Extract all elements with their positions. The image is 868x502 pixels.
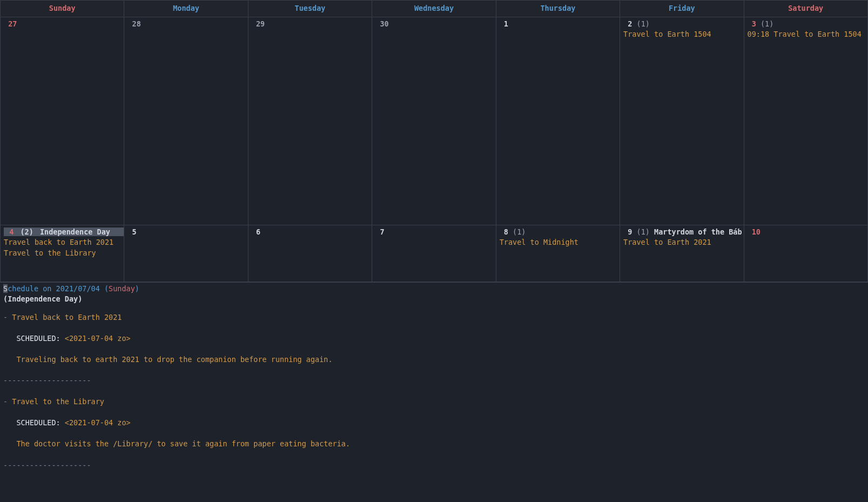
- schedule-item-title: - Travel back to Earth 2021: [3, 312, 865, 323]
- calendar: SundayMondayTuesdayWednesdayThursdayFrid…: [0, 0, 868, 283]
- body-text: The doctor visits the /Library/ to save …: [16, 439, 350, 448]
- day-head: 27: [4, 19, 120, 30]
- day-header-friday: Friday: [620, 1, 744, 17]
- day-event-count: (1): [761, 19, 773, 28]
- blank-line: [3, 471, 865, 481]
- day-head: 5: [127, 227, 244, 238]
- day-head: 28: [127, 19, 244, 30]
- separator: --------------------: [3, 460, 865, 471]
- day-cell[interactable]: 6: [248, 225, 372, 282]
- day-event-count: (1): [637, 227, 650, 236]
- day-number: 5: [127, 227, 140, 236]
- day-head: 9 (1) Martyrdom of the Báb: [623, 227, 740, 238]
- day-head: 2 (1): [623, 19, 740, 30]
- day-cell[interactable]: 27: [1, 17, 124, 225]
- schedule-items: - Travel back to Earth 2021 SCHEDULED: <…: [3, 312, 865, 481]
- day-number: 4: [4, 227, 19, 236]
- day-holiday: Martyrdom of the Báb: [650, 227, 742, 236]
- day-cell[interactable]: 30: [372, 17, 496, 225]
- calendar-event[interactable]: Travel to the Library: [4, 248, 120, 259]
- day-header-sunday: Sunday: [1, 1, 124, 17]
- day-header-saturday: Saturday: [744, 1, 867, 17]
- calendar-event[interactable]: Travel to Midnight: [500, 237, 616, 248]
- schedule-item[interactable]: - Travel to the Library SCHEDULED: <2021…: [3, 397, 865, 481]
- day-cell[interactable]: 4 (2) Independence Day Travel back to Ea…: [1, 225, 124, 282]
- day-event-count: (1): [637, 19, 650, 28]
- schedule-title-suffix: ): [135, 284, 139, 293]
- day-head: 10: [748, 227, 864, 238]
- day-cell[interactable]: 2 (1)Travel to Earth 1504: [620, 17, 744, 225]
- day-cell[interactable]: 28: [124, 17, 248, 225]
- day-head: 8 (1): [500, 227, 616, 238]
- day-number: 27: [4, 19, 22, 28]
- week-row: 27 28 29 30 1 2 (1)Travel to Earth 1504 …: [1, 17, 867, 225]
- day-header-tuesday: Tuesday: [248, 1, 372, 17]
- day-number: 9: [623, 227, 636, 236]
- day-head: 30: [375, 19, 492, 30]
- blank-line: [3, 323, 865, 333]
- day-cell[interactable]: 10: [744, 225, 867, 282]
- body-text: Traveling back to earth 2021 to drop the…: [16, 355, 332, 364]
- selection-pad: [111, 227, 124, 236]
- calendar-event[interactable]: 09:18 Travel to Earth 1504: [748, 29, 864, 40]
- day-number: 3: [748, 19, 761, 28]
- schedule-title: Schedule on 2021/07/04 (Sunday): [3, 284, 865, 294]
- day-cell[interactable]: 7: [372, 225, 496, 282]
- day-number: 8: [500, 227, 513, 236]
- blank-line: [3, 365, 865, 376]
- calendar-event[interactable]: Travel back to Earth 2021: [4, 237, 120, 248]
- day-header-monday: Monday: [124, 1, 248, 17]
- scheduled-timestamp: <2021-07-04 zo>: [65, 418, 131, 427]
- schedule-item-scheduled: SCHEDULED: <2021-07-04 zo>: [3, 333, 865, 344]
- day-head: 29: [252, 19, 368, 30]
- schedule-title-cursor: S: [3, 284, 8, 293]
- schedule-item-body: The doctor visits the /Library/ to save …: [3, 439, 865, 450]
- bullet: -: [3, 313, 12, 322]
- scheduled-label: SCHEDULED:: [16, 334, 64, 343]
- separator: --------------------: [3, 376, 865, 386]
- week-row: 4 (2) Independence Day Travel back to Ea…: [1, 225, 867, 282]
- blank-line: [3, 407, 865, 418]
- calendar-header-row: SundayMondayTuesdayWednesdayThursdayFrid…: [1, 1, 867, 17]
- day-number: 28: [127, 19, 145, 28]
- day-header-wednesday: Wednesday: [372, 1, 496, 17]
- day-head: 3 (1): [748, 19, 864, 30]
- calendar-weeks: 27 28 29 30 1 2 (1)Travel to Earth 1504 …: [1, 17, 867, 282]
- day-cell[interactable]: 3 (1)09:18 Travel to Earth 1504: [744, 17, 867, 225]
- blank-line: [3, 450, 865, 460]
- day-cell[interactable]: 9 (1) Martyrdom of the BábTravel to Eart…: [620, 225, 744, 282]
- schedule-item-body: Traveling back to earth 2021 to drop the…: [3, 354, 865, 365]
- scheduled-timestamp: <2021-07-04 zo>: [65, 334, 131, 343]
- day-header-thursday: Thursday: [496, 1, 620, 17]
- day-cell[interactable]: 29: [248, 17, 372, 225]
- blank-line: [3, 344, 865, 354]
- day-cell[interactable]: 8 (1)Travel to Midnight: [496, 225, 620, 282]
- day-number: 1: [500, 19, 513, 28]
- bullet: -: [3, 397, 12, 406]
- item-title-text: Travel back to Earth 2021: [12, 313, 122, 322]
- day-cell[interactable]: 1: [496, 17, 620, 225]
- day-event-count: (1): [513, 227, 526, 236]
- day-number: 30: [375, 19, 393, 28]
- day-number: 6: [252, 227, 265, 236]
- day-head: 4 (2) Independence Day: [4, 227, 120, 238]
- calendar-event[interactable]: Travel to Earth 1504: [623, 29, 740, 40]
- schedule-item-title: - Travel to the Library: [3, 397, 865, 407]
- day-number: 10: [748, 227, 765, 236]
- scheduled-label: SCHEDULED:: [16, 418, 64, 427]
- blank-line: [3, 429, 865, 439]
- schedule-holiday: (Independence Day): [3, 294, 865, 305]
- day-cell[interactable]: 5: [124, 225, 248, 282]
- day-number: 7: [375, 227, 388, 236]
- item-title-text: Travel to the Library: [12, 397, 104, 406]
- schedule-panel: Schedule on 2021/07/04 (Sunday) (Indepen…: [0, 283, 868, 485]
- day-event-count: (2): [19, 227, 34, 236]
- day-head: 1: [500, 19, 616, 30]
- schedule-title-day: Sunday: [109, 284, 135, 293]
- day-number: 29: [252, 19, 270, 28]
- calendar-event[interactable]: Travel to Earth 2021: [623, 237, 740, 248]
- day-number: 2: [623, 19, 636, 28]
- schedule-title-prefix: chedule on 2021/07/04 (: [8, 284, 109, 293]
- day-head: 7: [375, 227, 492, 238]
- schedule-item[interactable]: - Travel back to Earth 2021 SCHEDULED: <…: [3, 312, 865, 397]
